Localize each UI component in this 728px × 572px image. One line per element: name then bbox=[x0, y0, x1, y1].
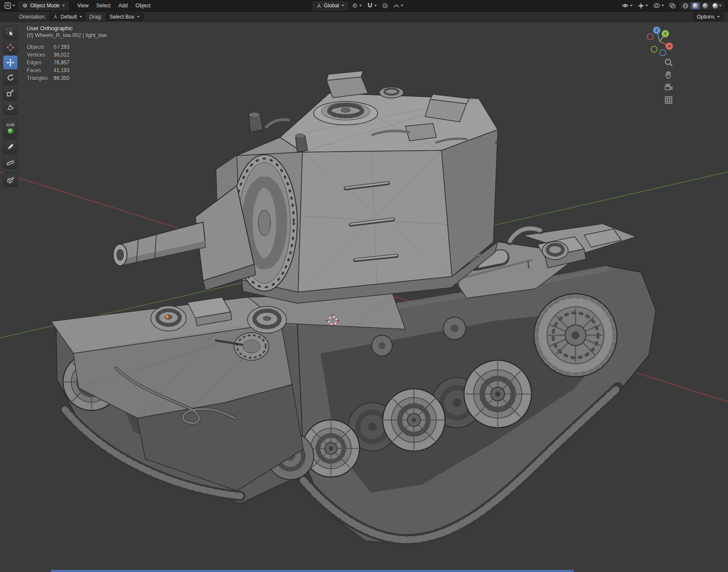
cad-sphere-icon bbox=[7, 128, 14, 134]
xray-toggle[interactable] bbox=[668, 2, 677, 10]
measure-ruler-icon bbox=[6, 158, 14, 166]
tool-cursor[interactable] bbox=[3, 40, 18, 54]
tool-select-box[interactable] bbox=[3, 25, 18, 39]
rotate-tool-icon bbox=[6, 74, 14, 82]
tool-transform[interactable] bbox=[3, 101, 18, 115]
menu-bar: View Select Add Object bbox=[74, 1, 154, 10]
tool-rotate[interactable] bbox=[3, 70, 18, 85]
gizmo-axis-y-neg[interactable] bbox=[651, 46, 657, 52]
cad-tool-label: CAD bbox=[6, 123, 14, 127]
navigation-gizmo[interactable]: X Y Z bbox=[642, 23, 678, 61]
drag-label: Drag: bbox=[89, 14, 102, 20]
editor-type-button[interactable] bbox=[3, 1, 16, 10]
viewport-3d[interactable] bbox=[0, 0, 728, 572]
gizmos-toggle[interactable] bbox=[636, 2, 649, 10]
gizmo-axis-z-neg[interactable] bbox=[660, 50, 666, 56]
falloff-curve-icon bbox=[394, 3, 400, 9]
svg-text:Y: Y bbox=[664, 32, 667, 36]
cursor-tool-icon bbox=[6, 44, 14, 51]
snap-toggle-button[interactable] bbox=[366, 2, 378, 10]
menu-object[interactable]: Object bbox=[132, 1, 154, 10]
camera-view-icon[interactable] bbox=[664, 83, 673, 92]
orientation-axes-icon bbox=[316, 3, 321, 8]
proportional-editing-button[interactable] bbox=[381, 2, 390, 10]
xray-icon bbox=[669, 3, 676, 9]
tool-add-cube[interactable] bbox=[3, 173, 18, 187]
shading-solid-button[interactable] bbox=[691, 2, 700, 10]
transform-orientation-dropdown[interactable]: Global bbox=[312, 1, 348, 10]
mode-label: Object Mode bbox=[30, 3, 60, 9]
tool-annotate[interactable] bbox=[3, 140, 18, 154]
pan-hand-icon[interactable] bbox=[664, 70, 673, 79]
add-cube-icon bbox=[6, 176, 14, 184]
gizmos-icon bbox=[638, 3, 644, 9]
overlays-toggle[interactable] bbox=[652, 2, 665, 10]
zoom-icon[interactable] bbox=[664, 58, 673, 67]
shading-material-button[interactable] bbox=[701, 2, 710, 10]
tool-cad-sketcher[interactable]: CAD bbox=[3, 119, 18, 139]
tool-settings-bar: Orientation: Default Drag: Select Box Op… bbox=[0, 12, 728, 22]
orientation-mini-icon bbox=[53, 14, 58, 19]
move-tool-icon bbox=[6, 59, 14, 67]
orientation-label: Orientation: bbox=[19, 14, 46, 20]
viewport-nav-icons bbox=[664, 58, 673, 105]
object-visibility-dropdown[interactable] bbox=[620, 2, 634, 10]
drag-dropdown[interactable]: Select Box bbox=[105, 13, 143, 21]
object-origin-dot bbox=[165, 315, 169, 318]
svg-text:X: X bbox=[668, 44, 671, 48]
pivot-point-button[interactable] bbox=[351, 2, 363, 10]
menu-add[interactable]: Add bbox=[115, 1, 131, 10]
viewport-header: Object Mode View Select Add Object Globa… bbox=[0, 0, 728, 12]
viewport-shading-group bbox=[680, 2, 725, 10]
tool-move[interactable] bbox=[3, 55, 18, 70]
menu-view[interactable]: View bbox=[74, 1, 92, 10]
blender-window: Object Mode View Select Add Object Globa… bbox=[0, 0, 728, 572]
pivot-icon bbox=[352, 3, 358, 9]
wireframe-sphere-icon bbox=[683, 3, 688, 9]
scale-tool-icon bbox=[6, 89, 14, 97]
projection-toggle-icon[interactable] bbox=[664, 95, 673, 105]
toolbar: CAD bbox=[3, 25, 18, 187]
material-sphere-icon bbox=[703, 3, 708, 9]
tool-measure[interactable] bbox=[3, 155, 18, 169]
select-box-icon bbox=[6, 29, 14, 36]
svg-text:Z: Z bbox=[655, 28, 658, 32]
magnet-icon bbox=[367, 3, 373, 9]
mode-dropdown[interactable]: Object Mode bbox=[19, 1, 69, 10]
orientation-dropdown[interactable]: Default bbox=[49, 13, 86, 21]
transform-tool-icon bbox=[6, 104, 14, 112]
proportional-circle-icon bbox=[382, 3, 388, 9]
rendered-sphere-icon bbox=[712, 3, 718, 9]
solid-sphere-icon bbox=[693, 3, 698, 9]
shading-wireframe-button[interactable] bbox=[681, 2, 690, 10]
proportional-falloff-button[interactable] bbox=[392, 2, 405, 10]
annotate-pencil-icon bbox=[6, 143, 14, 151]
shading-rendered-button[interactable] bbox=[711, 2, 723, 10]
gizmo-axis-x-neg[interactable] bbox=[647, 34, 653, 40]
menu-select[interactable]: Select bbox=[93, 1, 114, 10]
tool-scale[interactable] bbox=[3, 86, 18, 100]
options-dropdown[interactable]: Options bbox=[693, 13, 724, 21]
object-mode-icon bbox=[22, 3, 28, 8]
timeline-strip bbox=[51, 570, 574, 572]
visibility-eye-icon bbox=[622, 3, 629, 9]
overlays-icon bbox=[653, 3, 660, 9]
